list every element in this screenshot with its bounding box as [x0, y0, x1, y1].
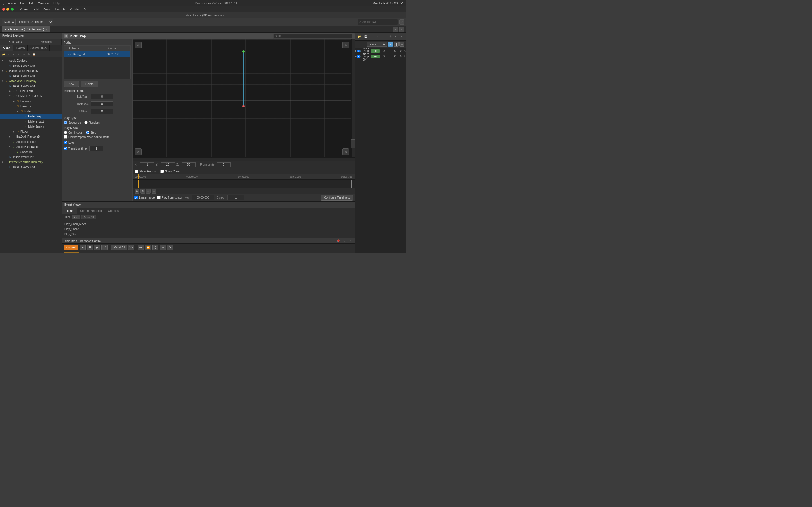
paths-row[interactable]: Icicle Drop_Path 00:01.738 [64, 51, 130, 57]
x-input[interactable] [140, 162, 154, 167]
pause-btn[interactable]: ⏸ [87, 245, 93, 250]
menu-edit[interactable]: Edit [33, 8, 39, 11]
pick-new-path-checkbox[interactable]: Pick new path when sound starts [64, 135, 131, 138]
tree-item[interactable]: ▶ ♪ BatDad_RandomD [0, 134, 62, 139]
tree-item[interactable]: ⊡ Default Work Unit [0, 165, 62, 170]
menu-project[interactable]: Project [20, 8, 29, 11]
minimize-window-btn[interactable] [6, 8, 9, 11]
transport-help-icon[interactable]: ? [342, 238, 347, 243]
tree-item[interactable]: ⊡ Music Work Unit [0, 154, 62, 159]
menu-au[interactable]: Au [84, 8, 87, 11]
rs-close-icon[interactable]: × [375, 34, 380, 39]
close-window-btn[interactable] [2, 8, 5, 11]
tree-item[interactable]: ▼ ♪ SURROUND MIXER [0, 94, 62, 99]
tree-toggle-icon[interactable]: ▼ [1, 69, 4, 72]
bp-expand-icon-2[interactable]: ▶ [355, 54, 357, 59]
transition-time-checkbox[interactable]: Transition time [64, 147, 87, 150]
show-radius-checkbox[interactable]: Show Radius [135, 170, 156, 173]
search-input[interactable] [362, 20, 396, 23]
show-cone-checkbox[interactable]: Show Cone [160, 170, 180, 173]
mac-menu-window[interactable]: Window [38, 1, 49, 5]
mac-menu-edit[interactable]: Edit [29, 1, 35, 5]
bp-check-004[interactable] [357, 54, 360, 59]
tree-item[interactable]: ⊡ Default Work Unit [0, 63, 62, 68]
subtab-soundbanks[interactable]: SoundBanks [28, 45, 50, 51]
paste-icon[interactable]: 📋 [32, 52, 36, 57]
ev-item-2[interactable]: Play_Stab [64, 231, 352, 237]
tree-toggle-icon[interactable]: ▼ [1, 161, 4, 163]
linear-mode-checkbox[interactable]: Linear mode [134, 196, 155, 200]
view-btn-1[interactable]: ▐ [394, 42, 399, 47]
rs-save-icon[interactable]: 💾 [363, 34, 368, 39]
new-item-icon[interactable]: + [6, 52, 11, 57]
nav-rewind-btn[interactable]: ⏪ [145, 245, 151, 250]
configure-timeline-btn[interactable]: Configure Timeline... [321, 195, 353, 201]
bp-edit-icon-003[interactable]: ✎ [404, 48, 406, 54]
tl-play-btn[interactable]: ▶ [135, 189, 139, 193]
ev-tab-filtered[interactable]: Filtered [62, 208, 77, 214]
viewport-corner-bl-btn[interactable]: ⊕ [135, 149, 142, 155]
tl-forward-btn[interactable]: ⏭ [152, 189, 156, 193]
tree-item-icicle-drop[interactable]: ♪ Icicle Drop [0, 114, 62, 119]
tree-toggle-icon[interactable]: ▼ [1, 59, 4, 62]
tree-item[interactable]: ▼ □ Hazards [0, 104, 62, 109]
tree-item[interactable]: ▼ □ Icicle [0, 109, 62, 114]
nav-step-btn[interactable]: ⟨ [152, 245, 158, 250]
original-mode-btn[interactable]: Original [64, 245, 79, 250]
subtab-events[interactable]: Events [13, 45, 28, 51]
copy-icon[interactable]: ⧉ [27, 52, 31, 57]
menu-views[interactable]: Views [43, 8, 51, 11]
delete-icon[interactable]: ✕ [11, 52, 16, 57]
bp-expand-icon[interactable]: ▶ [355, 48, 357, 54]
view-btn-2[interactable]: ▬ [399, 42, 404, 47]
tree-item[interactable]: ⊡ Default Work Unit [0, 83, 62, 89]
tab-position-editor[interactable]: Position Editor (3D Automation) × [2, 26, 50, 33]
tree-item[interactable]: ▼ ♪ SheepBah_Rando [0, 144, 62, 149]
tree-item[interactable]: ▼ □ Audio Devices [0, 58, 62, 63]
tree-item[interactable]: ♪ Icicle Spawn [0, 124, 62, 129]
peak-select[interactable]: Peak [367, 42, 387, 47]
tree-item[interactable]: ▼ □ Interactive Music Hierarchy [0, 159, 62, 165]
show-all-btn[interactable]: Show All [82, 215, 96, 219]
tab-close-icon[interactable]: × [46, 28, 47, 31]
nav-return-btn[interactable]: ↩ [160, 245, 166, 250]
tree-item[interactable]: ⊡ Default Work Unit [0, 73, 62, 78]
ev-tab-current-selection[interactable]: Current Selection [77, 208, 105, 214]
viewport-scrollbar-h[interactable] [133, 158, 355, 161]
nav-loop-btn[interactable]: ⟳ [167, 245, 173, 250]
bp-edit-icon-004[interactable]: ✎ [404, 54, 406, 59]
tree-item[interactable]: ▼ □ Master-Mixer Hierarchy [0, 68, 62, 73]
rs-close2-icon[interactable]: × [399, 34, 404, 39]
left-right-input[interactable] [91, 94, 113, 99]
z-input[interactable] [182, 162, 196, 167]
timeline-content[interactable] [133, 180, 355, 188]
notes-input[interactable] [273, 34, 352, 39]
random-option[interactable]: Random [84, 121, 100, 124]
tl-rewind-btn[interactable]: ⏮ [146, 189, 151, 193]
tree-item[interactable]: ♪ Icicle Impact [0, 119, 62, 124]
tab-help-btn[interactable]: ? [393, 27, 398, 32]
help-btn[interactable]: ? [399, 19, 404, 24]
rs-help-icon[interactable]: ? [369, 34, 374, 39]
rs-more-icon[interactable]: ⋯ [394, 34, 399, 39]
stop-btn[interactable]: ■ [80, 245, 86, 250]
rename-icon[interactable]: ✎ [16, 52, 21, 57]
step-option[interactable]: Step [86, 131, 96, 134]
rs-folder-icon[interactable]: 📁 [357, 34, 362, 39]
rs-settings-icon[interactable]: ⚙ [388, 34, 393, 39]
ev-tab-orphans[interactable]: Orphans [105, 208, 122, 214]
tree-item[interactable]: ▼ □ Actor-Mixer Hierarchy [0, 78, 62, 83]
tree-toggle-icon[interactable]: ▼ [12, 105, 15, 108]
pin-icon[interactable]: 📌 [336, 238, 341, 243]
filter-btn[interactable]: >> [71, 215, 80, 219]
viewport-zoom-plus-btn[interactable]: + [351, 139, 355, 144]
platform-select[interactable]: Mac [2, 19, 15, 25]
menu-profiler[interactable]: Profiler [70, 8, 80, 11]
ev-item-1[interactable]: Play_Snare [64, 226, 352, 231]
ev-item-0[interactable]: Play_Snail_Move [64, 221, 352, 226]
tree-toggle-icon[interactable]: ▼ [8, 95, 11, 98]
viewport-corner-br-btn[interactable]: ⊕ [342, 149, 349, 155]
subtab-audio[interactable]: Audio [0, 45, 13, 51]
reset-all-btn[interactable]: Reset All [111, 245, 127, 250]
viewport-zoom-minus-btn[interactable]: − [351, 144, 355, 149]
